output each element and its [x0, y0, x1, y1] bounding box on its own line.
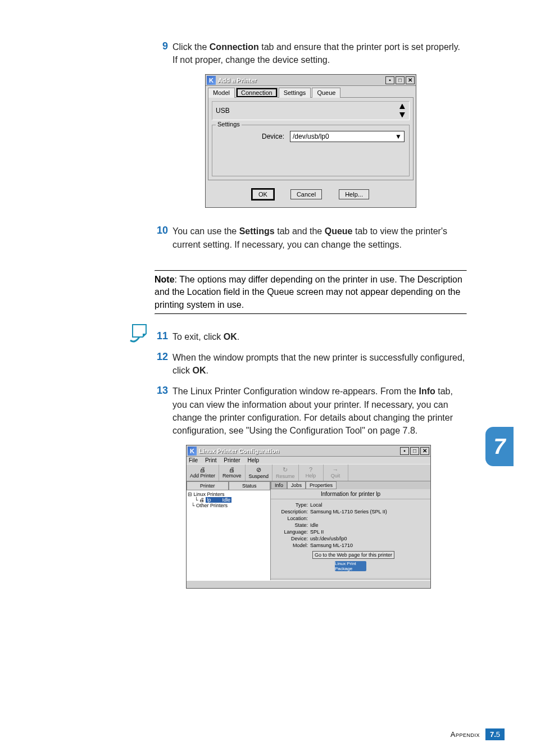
note-text: : The options may differ depending on th…: [155, 275, 462, 309]
note-icon: [129, 321, 153, 345]
step-number-11: 11: [155, 330, 172, 343]
close-button[interactable]: ✕: [420, 447, 429, 455]
cancel-button[interactable]: Cancel: [290, 189, 322, 199]
titlebar: K Linux Printer Configuration ▪ □ ✕: [187, 445, 430, 457]
model-label: Model:: [275, 543, 310, 548]
model-value: Samsung ML-1710: [310, 543, 426, 548]
device-label: Device:: [217, 133, 290, 140]
close-button[interactable]: ✕: [406, 76, 415, 84]
printer-minus-icon: 🖨: [222, 466, 242, 473]
suspend-icon: ⊘: [249, 466, 269, 473]
step-number-10: 10: [155, 225, 172, 251]
printer-tree[interactable]: ⊟ Linux Printers └ 🖨 lp Idle └ Other Pri…: [187, 490, 270, 580]
location-value: [310, 516, 426, 521]
add-printer-dialog: K Add a Printer ▪ □ ✕ Model Connection S…: [205, 74, 416, 208]
printer-plus-icon: 🖨: [190, 466, 215, 473]
tree-item-other[interactable]: └ Other Printers: [188, 503, 269, 508]
quit-button[interactable]: →Quit: [324, 464, 348, 481]
port-type-value: USB: [216, 107, 230, 115]
tab-status[interactable]: Status: [229, 481, 271, 490]
package-badge: Linux Print Package: [335, 561, 366, 571]
port-type-dropdown[interactable]: USB ⯅⯆: [212, 101, 410, 120]
tab-connection[interactable]: Connection: [236, 88, 278, 98]
info-grid: Type:Local Description:Samsung ML-1710 S…: [271, 499, 430, 578]
maximize-button[interactable]: □: [410, 447, 419, 455]
toolbar: 🖨Add Printer 🖨Remove ⊘Suspend ↻Resume ?H…: [187, 464, 430, 481]
device-value: usb:/dev/usb/lp0: [310, 536, 426, 541]
resume-icon: ↻: [276, 466, 295, 473]
step-body-10: You can use the Settings tab and the Que…: [172, 225, 467, 251]
menu-print[interactable]: Print: [205, 457, 217, 463]
step-body-11: To exit, click OK.: [172, 330, 467, 343]
bold: Info: [419, 386, 435, 396]
minimize-button[interactable]: ▪: [385, 76, 394, 84]
text: .: [237, 332, 239, 341]
tab-info[interactable]: Info: [271, 481, 287, 489]
device-dropdown[interactable]: /dev/usb/lp0 ▼: [290, 131, 405, 142]
text: To exit, click: [172, 332, 224, 341]
fieldset-legend: Settings: [216, 121, 242, 127]
text: tab and the: [275, 226, 325, 236]
left-pane: Printer Status ⊟ Linux Printers └ 🖨 lp I…: [187, 481, 271, 580]
help-button[interactable]: Help...: [339, 189, 369, 199]
settings-fieldset: Settings Device: /dev/usb/lp0 ▼: [212, 125, 410, 176]
state-label: State:: [275, 522, 310, 528]
tab-jobs[interactable]: Jobs: [287, 481, 306, 489]
type-label: Type:: [275, 502, 310, 508]
menu-bar: File Print Printer Help: [187, 457, 430, 464]
text: Click the: [172, 42, 210, 52]
maximize-button[interactable]: □: [396, 76, 405, 84]
rule: [155, 313, 467, 315]
language-value: SPL II: [310, 529, 426, 535]
remove-button[interactable]: 🖨Remove: [219, 464, 246, 481]
tree-root[interactable]: ⊟ Linux Printers: [188, 491, 269, 497]
bold: OK: [193, 366, 206, 375]
device-value: /dev/usb/lp0: [293, 133, 329, 140]
quit-icon: →: [327, 466, 344, 473]
language-label: Language:: [275, 529, 310, 535]
help-button[interactable]: ?Help: [299, 464, 324, 481]
page-footer: Appendix 7.5: [451, 728, 505, 740]
help-icon: ?: [302, 466, 320, 473]
tab-queue[interactable]: Queue: [312, 88, 340, 98]
note-label: Note: [155, 275, 175, 284]
menu-printer[interactable]: Printer: [224, 457, 240, 463]
type-value: Local: [310, 502, 426, 508]
suspend-button[interactable]: ⊘Suspend: [246, 464, 273, 481]
add-printer-button[interactable]: 🖨Add Printer: [187, 464, 219, 481]
footer-page-number: 7.5: [485, 728, 505, 740]
kde-icon: K: [207, 76, 216, 85]
printer-config-dialog: K Linux Printer Configuration ▪ □ ✕ File…: [186, 445, 431, 589]
minimize-button[interactable]: ▪: [400, 447, 409, 455]
description-value: Samsung ML-1710 Series (SPL II): [310, 509, 426, 514]
tab-model[interactable]: Model: [208, 88, 235, 98]
chapter-tab: 7: [485, 427, 514, 466]
text: You can use the: [172, 226, 239, 236]
note-block: Note: The options may differ depending o…: [155, 270, 467, 315]
menu-file[interactable]: File: [189, 457, 198, 463]
description-label: Description:: [275, 509, 310, 514]
window-title: Linux Printer Configuration: [199, 448, 400, 454]
titlebar: K Add a Printer ▪ □ ✕: [206, 75, 416, 86]
bold: OK: [224, 332, 237, 341]
footer-section: Appendix: [451, 730, 480, 739]
tab-printer[interactable]: Printer: [187, 481, 229, 490]
bold: Queue: [325, 226, 353, 236]
status-bar: [187, 580, 430, 588]
go-to-web-button[interactable]: Go to the Web page for this printer: [312, 551, 394, 559]
step-number-13: 13: [155, 385, 172, 437]
right-pane: Info Jobs Properties Information for pri…: [271, 481, 430, 580]
resume-button[interactable]: ↻Resume: [272, 464, 299, 481]
step-body-12: When the window prompts that the new pri…: [172, 351, 467, 377]
tab-settings[interactable]: Settings: [279, 88, 311, 98]
chevron-down-icon: ▼: [395, 133, 402, 140]
ok-button[interactable]: OK: [252, 189, 274, 199]
tab-properties[interactable]: Properties: [306, 481, 337, 489]
tree-item-selected[interactable]: └ 🖨 lp Idle: [188, 497, 269, 503]
location-label: Location:: [275, 516, 310, 521]
text: When the window prompts that the new pri…: [172, 353, 465, 375]
bold: Connection: [210, 42, 259, 52]
step-number-9: 9: [155, 40, 172, 66]
menu-help[interactable]: Help: [247, 457, 259, 463]
kde-icon: K: [188, 447, 197, 456]
